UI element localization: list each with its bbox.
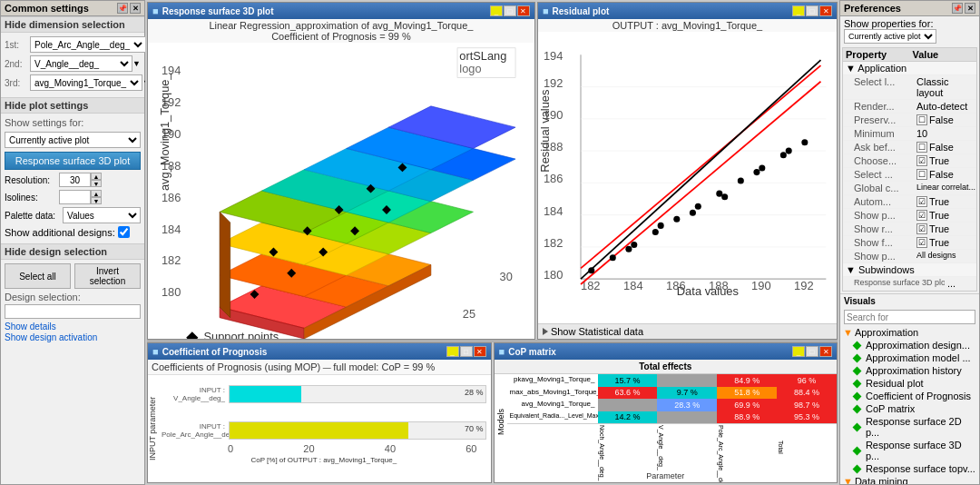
show-details-link[interactable]: Show details: [5, 322, 56, 332]
isolines-up[interactable]: ▲: [91, 190, 102, 197]
show-settings-select[interactable]: Currently active plot: [5, 132, 141, 148]
plot-settings-section: Show settings for: Currently active plot…: [1, 114, 144, 243]
pin-icon[interactable]: 📌: [117, 3, 128, 14]
cop-matrix-maximize-btn[interactable]: □: [806, 346, 818, 357]
select-all-btn[interactable]: Select all: [5, 263, 71, 289]
show-properties-select[interactable]: Currently active plot: [844, 29, 936, 44]
dimension-section: 1st: Pole_Arc_Angle__deg_ ▼ 2nd: V_Angle…: [1, 33, 144, 97]
diamond-icon-cop: [853, 391, 862, 401]
visuals-item-rstopv[interactable]: Response surface topv...: [840, 462, 979, 475]
design-section: Select all Invert selection Design selec…: [1, 260, 144, 346]
subwindows-expand: ▼ Subwindows: [843, 263, 917, 276]
prop-val-5: ☑ True: [914, 154, 976, 167]
askbef-checkbox: ☐: [916, 142, 927, 153]
visuals-item-approx-design[interactable]: Approximation design...: [840, 339, 979, 351]
residual-close-btn[interactable]: ✕: [819, 5, 832, 16]
isolines-down[interactable]: ▼: [91, 197, 102, 204]
cop-matrix-minimize-btn[interactable]: _: [792, 346, 805, 357]
svg-text:182: 182: [544, 236, 564, 250]
prop-key-2: Preserv...: [843, 114, 914, 126]
cop-cell-1-1: 9.7 %: [657, 387, 717, 400]
residual-plot-label: Residual plot: [866, 378, 924, 389]
isolines-label: Isolines:: [5, 193, 59, 203]
dim1-label: 1st:: [5, 40, 30, 50]
cop-col-empty: [507, 424, 598, 470]
visuals-item-rs2d[interactable]: Response surface 2D p...: [840, 415, 979, 439]
dim2-arrow[interactable]: ▼: [132, 59, 141, 68]
visuals-item-data-mining[interactable]: ▼ Data mining: [840, 475, 979, 484]
palette-select[interactable]: Values: [63, 207, 141, 223]
svg-text:25: 25: [463, 307, 475, 321]
surface-minimize-btn[interactable]: _: [490, 5, 503, 16]
pref-close-icon[interactable]: ✕: [965, 3, 975, 14]
center-area: ■ Response surface 3D plot _ □ ✕ Linear …: [145, 0, 839, 485]
svg-point-92: [738, 178, 744, 184]
cop-minimize-btn[interactable]: _: [446, 346, 459, 357]
cop-title: Coefficient of Prognosis: [162, 347, 268, 357]
surface-maximize-btn[interactable]: □: [504, 5, 516, 16]
cop-subtitle: Coefficients of Prognosis (using MOP) — …: [148, 360, 491, 375]
svg-point-88: [652, 229, 659, 235]
hide-plot-header[interactable]: Hide plot settings: [1, 97, 144, 114]
dim2-select[interactable]: V_Angle__deg_: [30, 55, 132, 72]
subwindow-row-0: Response surface 3D plot ...: [843, 277, 976, 291]
subwindows-section-row[interactable]: ▼ Subwindows: [843, 263, 976, 277]
common-settings-title: Common settings 📌 ✕: [1, 1, 144, 16]
isolines-input[interactable]: [59, 190, 91, 204]
close-icon[interactable]: ✕: [130, 3, 141, 14]
prop-key-5: Choose...: [843, 154, 914, 167]
visuals-search-input[interactable]: [844, 310, 975, 324]
show-statistical-data[interactable]: Show Statistical data: [538, 323, 837, 339]
show-additional-checkbox[interactable]: [118, 226, 130, 238]
design-selection-input[interactable]: [5, 304, 141, 319]
prop-val-0: Classic layout: [914, 75, 976, 99]
expand-icon: [543, 328, 548, 335]
residual-minimize-btn[interactable]: _: [792, 5, 805, 16]
visuals-item-cop-matrix[interactable]: CoP matrix: [840, 402, 979, 415]
response-surface-btn[interactable]: Response surface 3D plot: [5, 152, 141, 170]
application-section-row[interactable]: ▼ Application: [843, 62, 976, 75]
cop-col-1: V_Angle__deg_: [657, 424, 717, 470]
visuals-item-cop[interactable]: Coefficient of Prognosis: [840, 390, 979, 402]
svg-text:184: 184: [623, 279, 643, 292]
svg-marker-28: [220, 212, 230, 317]
cop-bar-row-1: INPUT : V_Angle__deg_ 28 %: [162, 385, 486, 403]
svg-text:ortSLang: ortSLang: [459, 49, 506, 63]
svg-text:30: 30: [500, 270, 513, 283]
show-design-activation-link[interactable]: Show design activation: [5, 332, 97, 342]
surface-subtitle1: Linear Regression_approximation of avg_M…: [148, 19, 534, 43]
cop-matrix-window: ■ CoP matrix _ □ ✕ Total effects Models: [494, 342, 838, 483]
surface-close-btn[interactable]: ✕: [517, 5, 530, 16]
pref-pin-icon[interactable]: 📌: [952, 3, 963, 14]
cop-cell-0-3: 96 %: [777, 374, 837, 387]
prop-row-9: Show p... ☑ True: [843, 209, 976, 223]
visuals-item-approx-history[interactable]: Approximation history: [840, 364, 979, 377]
visuals-item-approx-model[interactable]: Approximation model ...: [840, 351, 979, 364]
visuals-item-approximation[interactable]: ▼ Approximation: [840, 326, 979, 339]
palette-label: Palette data:: [5, 211, 59, 221]
cop-matrix-content: Total effects Models pkavg_Moving1_Torqu…: [495, 360, 838, 482]
cop-matrix-close-btn[interactable]: ✕: [819, 346, 832, 357]
diamond-icon-residual: [853, 379, 862, 388]
dim1-select[interactable]: Pole_Arc_Angle__deg_: [30, 36, 146, 53]
residual-maximize-btn[interactable]: □: [806, 5, 818, 16]
invert-selection-btn[interactable]: Invert selection: [74, 263, 141, 289]
cop-chart-wrapper: INPUT parameter INPUT : V_Angle__deg_ 28…: [148, 375, 491, 482]
visuals-item-rs3d[interactable]: Response surface 3D p...: [840, 439, 979, 462]
resolution-up[interactable]: ▲: [91, 173, 102, 180]
visuals-item-residual[interactable]: Residual plot: [840, 377, 979, 390]
prop-val-2: ☐ False: [914, 114, 976, 126]
resolution-input[interactable]: [59, 173, 91, 187]
hide-dimension-header[interactable]: Hide dimension selection: [1, 16, 144, 33]
cop-cell-3-1: [657, 411, 717, 424]
prop-key-0: Select l...: [843, 75, 914, 99]
cop-maximize-btn[interactable]: □: [460, 346, 473, 357]
svg-point-101: [786, 148, 792, 154]
prop-key-9: Show p...: [843, 209, 914, 222]
hide-design-header[interactable]: Hide design selection: [1, 243, 144, 260]
residual-plot-title: Residual plot: [553, 6, 610, 16]
resolution-down[interactable]: ▼: [91, 180, 102, 187]
cop-close-btn[interactable]: ✕: [474, 346, 486, 357]
svg-point-90: [695, 203, 701, 210]
dim3-select[interactable]: avg_Moving1_Torque_: [30, 74, 142, 91]
